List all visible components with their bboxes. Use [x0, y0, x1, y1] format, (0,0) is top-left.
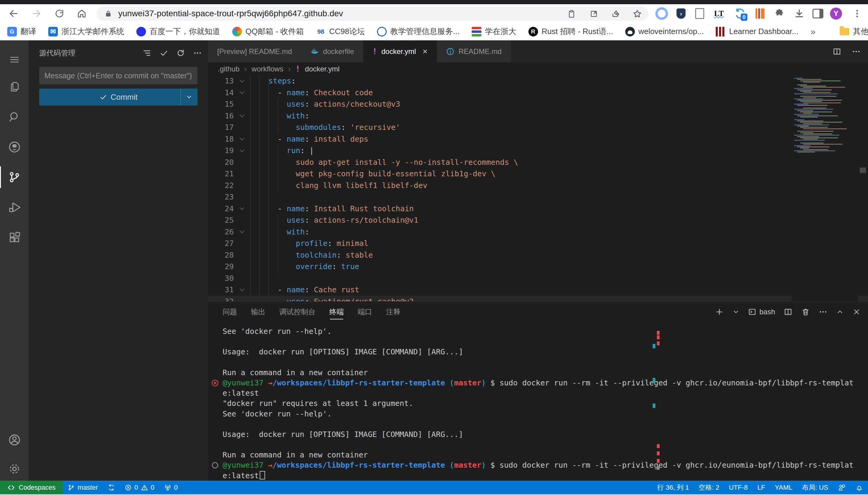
- home-button[interactable]: [75, 6, 89, 20]
- code-line-15[interactable]: 15 uses: actions/checkout@v3: [208, 98, 868, 110]
- scrollbar-thumb[interactable]: [860, 168, 866, 173]
- reload-button[interactable]: [53, 6, 66, 20]
- remote-codespaces-button[interactable]: Codespaces: [0, 481, 63, 494]
- notes-extension-icon[interactable]: [693, 7, 706, 20]
- fold-chevron-icon[interactable]: [234, 284, 250, 296]
- terminal-dropdown-icon[interactable]: [732, 308, 739, 315]
- feedback-button[interactable]: [833, 481, 851, 494]
- panel-more-actions-icon[interactable]: [819, 307, 827, 316]
- encoding-indicator[interactable]: UTF-8: [724, 481, 752, 494]
- bookmark-cc98[interactable]: 98CC98论坛: [316, 26, 365, 37]
- shield-extension-icon[interactable]: ›: [674, 7, 688, 20]
- extensions-icon[interactable]: [0, 225, 29, 250]
- languagetool-extension-icon[interactable]: LT: [713, 7, 725, 20]
- bookmark-github[interactable]: weloveinterns/op...: [625, 27, 704, 36]
- panel-tab-5[interactable]: 注释: [386, 301, 401, 322]
- close-tab-icon[interactable]: ×: [422, 47, 428, 56]
- share-icon[interactable]: [611, 9, 621, 19]
- new-terminal-icon[interactable]: [715, 307, 724, 316]
- code-line-18[interactable]: 18 - name: install deps: [208, 134, 868, 145]
- keyboard-layout[interactable]: 布局: US: [797, 481, 833, 494]
- forward-button[interactable]: [30, 6, 43, 20]
- panel-tab-3[interactable]: 终端: [329, 301, 344, 322]
- terminal-output[interactable]: See 'docker run --help'.Usage: docker ru…: [208, 326, 868, 479]
- bookmark-xzzd[interactable]: 学在浙大: [472, 26, 517, 37]
- code-line-28[interactable]: 28 toolchain: stable: [208, 249, 868, 261]
- bookmark-rust[interactable]: RRust 招聘 - Rust语...: [528, 26, 613, 37]
- ports-indicator[interactable]: 0: [159, 481, 182, 494]
- split-editor-icon[interactable]: [833, 47, 841, 56]
- eol-indicator[interactable]: LF: [752, 481, 770, 494]
- tab-dockerfile[interactable]: dockerfile: [301, 41, 363, 62]
- code-line-30[interactable]: 30: [208, 273, 868, 284]
- panel-tab-2[interactable]: 调试控制台: [279, 301, 315, 322]
- bookmark-star-icon[interactable]: [632, 9, 642, 19]
- split-terminal-icon[interactable]: [783, 307, 793, 316]
- bookmark-mail[interactable]: ✉浙江大学邮件系统: [48, 26, 124, 37]
- fold-chevron-icon[interactable]: [234, 226, 250, 238]
- fold-chevron-icon[interactable]: [234, 110, 250, 122]
- view-as-tree-icon[interactable]: [143, 48, 151, 58]
- code-line-32[interactable]: 32 uses: Swatinem/rust-cache@v2: [208, 296, 868, 301]
- code-line-16[interactable]: 16 with:: [208, 110, 868, 122]
- maximize-panel-icon[interactable]: [836, 308, 844, 316]
- commit-button[interactable]: Commit: [39, 89, 197, 106]
- clipboard-icon[interactable]: [566, 9, 577, 19]
- tab-preview-readme[interactable]: [Preview] README.md: [208, 41, 301, 62]
- downloads-icon[interactable]: [793, 7, 806, 20]
- tab-docker-yml[interactable]: ! docker.yml ×: [363, 41, 437, 62]
- fold-chevron-icon[interactable]: [234, 145, 250, 157]
- code-line-20[interactable]: 20 sudo apt-get install -y --no-install-…: [208, 157, 868, 168]
- settings-gear-icon[interactable]: [0, 456, 29, 482]
- fold-chevron-icon[interactable]: [234, 134, 250, 145]
- extensions-puzzle-icon[interactable]: [773, 7, 786, 20]
- code-line-19[interactable]: 19 run: |: [208, 145, 868, 157]
- terminal-instance-bash[interactable]: bash: [748, 308, 775, 316]
- code-line-14[interactable]: 14 - name: Checkout code: [208, 87, 868, 99]
- kill-terminal-icon[interactable]: [801, 307, 810, 316]
- code-line-24[interactable]: 24 - name: Install Rust toolchain: [208, 203, 868, 215]
- language-mode[interactable]: YAML: [770, 481, 797, 494]
- code-line-13[interactable]: 13 steps:: [208, 75, 868, 87]
- cursor-position[interactable]: 行 36, 列 1: [652, 481, 694, 494]
- bookmark-learner[interactable]: Learner Dashboar...: [716, 27, 798, 36]
- code-line-25[interactable]: 25 uses: actions-rs/toolchain@v1: [208, 215, 868, 226]
- address-bar[interactable]: yunwei37-potential-space-trout-rpr5qwj66…: [96, 6, 648, 21]
- browser-menu-icon[interactable]: [851, 7, 864, 20]
- ring-extension-icon[interactable]: [655, 7, 668, 20]
- other-bookmarks[interactable]: 其他书签: [840, 26, 868, 37]
- notifications-button[interactable]: [851, 481, 868, 494]
- code-line-31[interactable]: 31 - name: Cache rust: [208, 284, 868, 296]
- bookmark-translate[interactable]: G翻译: [7, 26, 36, 37]
- breadcrumb-file[interactable]: docker.yml: [305, 65, 340, 73]
- minimap[interactable]: [792, 75, 858, 301]
- pens-extension-icon[interactable]: [753, 7, 767, 20]
- explorer-icon[interactable]: [0, 74, 29, 99]
- fold-chevron-icon[interactable]: [234, 87, 250, 99]
- breadcrumb-workflows[interactable]: workflows: [252, 65, 283, 73]
- bookmark-baidu[interactable]: 百度一下，你就知道: [136, 26, 220, 37]
- fold-chevron-icon[interactable]: [234, 203, 250, 215]
- refresh-icon[interactable]: [176, 48, 185, 58]
- breadcrumb-github[interactable]: .github: [218, 65, 239, 73]
- indentation-indicator[interactable]: 空格: 2: [694, 481, 724, 494]
- panel-tab-1[interactable]: 输出: [251, 301, 265, 322]
- code-line-21[interactable]: 21 wget pkg-config build-essential zlib1…: [208, 168, 868, 180]
- sync-extension-icon[interactable]: 0: [733, 7, 747, 20]
- commit-check-icon[interactable]: [159, 48, 168, 58]
- account-icon[interactable]: [0, 427, 29, 453]
- sidebar-toggle-icon[interactable]: [811, 7, 825, 20]
- menu-hamburger-icon[interactable]: [0, 47, 29, 72]
- panel-tab-4[interactable]: 端口: [358, 301, 372, 322]
- run-debug-icon[interactable]: [0, 195, 29, 220]
- bookmark-qqmail[interactable]: QQ邮箱 - 收件箱: [232, 26, 304, 37]
- code-line-17[interactable]: 17 submodules: 'recursive': [208, 122, 868, 134]
- code-line-22[interactable]: 22 clang llvm libelf1 libelf-dev: [208, 180, 868, 192]
- commit-dropdown[interactable]: [180, 89, 197, 106]
- fold-chevron-icon[interactable]: [234, 75, 250, 87]
- back-button[interactable]: [6, 6, 20, 20]
- close-panel-icon[interactable]: [852, 308, 861, 316]
- source-control-icon[interactable]: [0, 165, 29, 190]
- bookmarks-overflow-chevron[interactable]: »: [810, 27, 815, 37]
- search-icon[interactable]: [0, 104, 29, 129]
